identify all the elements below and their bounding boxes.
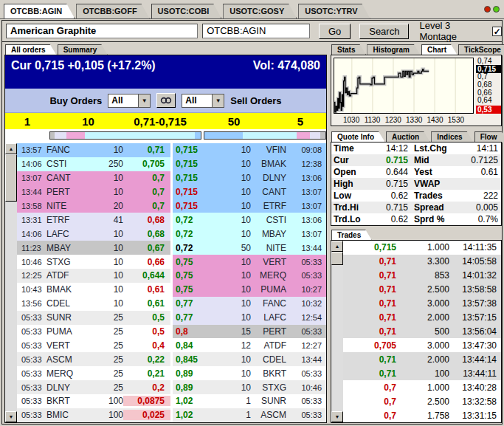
cell: 13:44 — [289, 355, 326, 364]
trade-row[interactable]: 0,7151.00014:11:35 — [343, 241, 501, 255]
analysis-tab-stats[interactable]: Stats — [331, 44, 366, 55]
montage-row[interactable]: 05:33BKRT1000,08751,021SUNR05:33 — [17, 394, 326, 408]
level3-montage-checkbox[interactable]: ✓ — [492, 27, 502, 36]
montage-table: ▲ ▼ 13:57FANC100,710,71510VFIN09:0814:06… — [5, 143, 326, 422]
scroll-down-icon[interactable]: ▼ — [5, 411, 17, 422]
trade-row[interactable]: 0,7150013:56:04 — [343, 325, 501, 339]
trade-cell: 2.500 — [396, 396, 449, 407]
cell: 0,4 — [123, 340, 170, 351]
workspace-tab-usotc-ytrv[interactable]: USOTC:YTRV — [298, 4, 370, 18]
buy-filter-select[interactable]: All ▼ — [108, 94, 151, 108]
scroll-down-icon[interactable]: ▼ — [331, 411, 343, 422]
trades-tab-trades[interactable]: Trades — [331, 230, 372, 241]
orders-tab-all-orders[interactable]: All orders — [5, 44, 57, 55]
montage-row[interactable]: 12:25ATDF100,6440,7510MERQ05:33 — [17, 269, 326, 283]
trade-row[interactable]: 0,71.00013:40:28 — [343, 380, 501, 394]
cell: 0,7 — [123, 187, 170, 197]
trade-row[interactable]: 0,712.50013:58:58 — [343, 283, 501, 297]
quote-tab-auction[interactable]: Auction — [386, 131, 430, 142]
trade-row[interactable]: 0,7110013:44:11 — [343, 366, 501, 380]
trade-row[interactable]: 0,71.75813:31:15 — [343, 408, 501, 422]
montage-row[interactable]: 05:33PUMA250,50,815PERT05:33 — [17, 325, 326, 339]
workspace-tab-otcbb-agin[interactable]: OTCBB:AGIN — [4, 4, 75, 18]
montage-row[interactable]: 05:33MERQ250,210,8910BKRT05:33 — [17, 366, 326, 380]
trade-row[interactable]: 0,72.50013:32:58 — [343, 394, 501, 408]
montage-row[interactable]: 05:33ASCM250,220,84510CDEL13:44 — [17, 352, 326, 366]
cell: 0,77 — [173, 298, 215, 309]
trade-cell: 2.500 — [396, 284, 449, 295]
analysis-tab-chart[interactable]: Chart — [421, 44, 458, 55]
instrument-name-field[interactable]: American Graphite — [6, 24, 198, 38]
montage-scrollbar[interactable]: ▲ ▼ — [5, 143, 17, 422]
montage-row[interactable]: 10:43BMAK100,610,7510PUMA10:27 — [17, 283, 326, 297]
scroll-up-icon[interactable]: ▲ — [5, 143, 17, 154]
connect-dot-icon[interactable] — [493, 6, 500, 13]
quote-cell: 222 — [451, 190, 501, 201]
quote-cell: Lst.Chg — [408, 143, 451, 154]
scrollbar-track[interactable] — [331, 265, 343, 411]
symbol-input[interactable]: OTCBB:AGIN — [202, 24, 310, 38]
cell: 25 — [85, 368, 123, 379]
disconnect-dot-icon[interactable] — [484, 6, 491, 13]
scroll-up-icon[interactable]: ▲ — [331, 241, 343, 252]
trade-row[interactable]: 0,712.00013:57:15 — [343, 311, 501, 325]
search-button[interactable]: Search — [359, 24, 409, 39]
montage-row[interactable]: 14:06LAFC100,680,7210MBAY13:07 — [17, 227, 326, 241]
montage-row[interactable]: 13:58NITE200,70,71510ETRF13:07 — [17, 199, 326, 213]
montage-row[interactable]: 05:33VERT250,40,8412ATDF12:27 — [17, 338, 326, 352]
cell: 0,75 — [173, 270, 215, 281]
go-button[interactable]: Go — [319, 24, 351, 39]
trade-cell: 2.000 — [396, 312, 449, 323]
cell: 0,715 — [173, 187, 215, 197]
link-filters-button[interactable] — [156, 93, 176, 108]
cell: 0,5 — [123, 326, 170, 337]
scrollbar-track[interactable] — [5, 202, 17, 411]
montage-row[interactable]: 14:06CSTI2500,7050,71510BMAK12:38 — [17, 157, 326, 171]
quote-tab-indices[interactable]: Indices — [431, 131, 473, 142]
cell: MERQ — [251, 270, 289, 281]
montage-row[interactable]: 11:23MBAY100,670,7250NITE13:44 — [17, 241, 326, 255]
depth-segment — [204, 132, 243, 139]
chevron-down-icon[interactable]: ▼ — [138, 95, 150, 107]
workspace-tab-usotc-gosy[interactable]: USOTC:GOSY — [223, 4, 297, 18]
x-tick-label: 1330 — [406, 116, 422, 124]
montage-row[interactable]: 13:07CANT100,70,71510DLNY13:06 — [17, 171, 326, 185]
inside-quote-bar: 1 10 0,71-0,715 50 5 — [5, 113, 326, 129]
trade-row[interactable]: 0,713.00013:57:38 — [343, 297, 501, 311]
scrollbar-thumb[interactable] — [5, 154, 17, 202]
analysis-tab-histogram[interactable]: Histogram — [367, 44, 420, 55]
cell: 0,22 — [123, 354, 170, 365]
montage-row[interactable]: 10:46STXG100,660,7510VERT05:33 — [17, 255, 326, 269]
trades-scrollbar[interactable]: ▲ ▼ — [331, 241, 343, 422]
cell: 0,845 — [173, 354, 215, 365]
sell-filter-select[interactable]: All ▼ — [182, 94, 224, 108]
cell: 0,89 — [173, 382, 215, 393]
montage-row[interactable]: 05:33SUNR250,50,7710LAFC12:54 — [17, 311, 326, 325]
orders-tab-summary[interactable]: Summary — [58, 44, 108, 55]
workspace-tab-usotc-cobi[interactable]: USOTC:COBI — [151, 4, 222, 18]
chevron-down-icon[interactable]: ▼ — [212, 95, 224, 107]
cell: ATDF — [251, 340, 289, 351]
trade-cell: 0,71 — [343, 354, 396, 365]
trade-row[interactable]: 0,713.30014:05:58 — [343, 255, 501, 269]
montage-row[interactable]: 05:33BMIC1000,0251,021ASCM05:33 — [17, 408, 326, 422]
bid-depth-bar — [49, 131, 201, 140]
trade-row[interactable]: 0,7185314:01:32 — [343, 269, 501, 283]
analysis-tab-tickscope[interactable]: TickScope — [458, 44, 504, 55]
cell: MERQ — [46, 368, 85, 379]
montage-row[interactable]: 13:56CDEL100,610,7710FANC10:32 — [17, 297, 326, 311]
cell: BKRT — [46, 396, 85, 406]
cell: 12 — [215, 340, 251, 351]
montage-row[interactable]: 13:57FANC100,710,71510VFIN09:08 — [17, 143, 326, 157]
montage-row[interactable]: 05:33DLNY250,20,8910STXG10:46 — [17, 380, 326, 394]
trade-cell: 14:01:32 — [449, 270, 501, 281]
cell: 10 — [215, 312, 251, 323]
montage-row[interactable]: 13:31ETRF410,680,7210CSTI13:06 — [17, 213, 326, 227]
montage-row[interactable]: 13:44PERT100,70,71510CANT13:07 — [17, 185, 326, 199]
trade-row[interactable]: 0,7053.00013:47:30 — [343, 338, 501, 352]
quote-tab-quote-info[interactable]: Quote Info — [331, 131, 385, 142]
workspace-tab-otcbb-goff[interactable]: OTCBB:GOFF — [76, 4, 149, 18]
trade-row[interactable]: 0,712.00013:44:14 — [343, 352, 501, 366]
scrollbar-thumb[interactable] — [331, 252, 343, 265]
quote-tab-flow[interactable]: Flow — [474, 131, 504, 142]
